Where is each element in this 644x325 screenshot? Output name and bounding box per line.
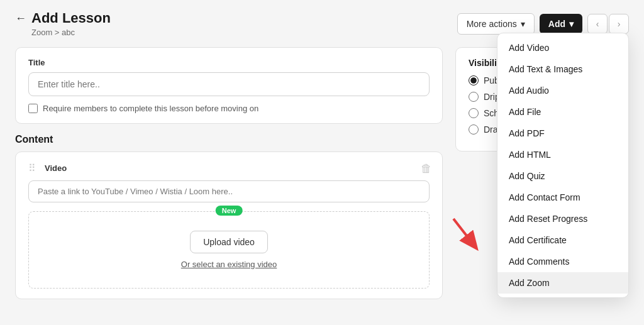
video-label: Video [45,163,67,173]
title-card: Title Require members to complete this l… [15,47,443,124]
dropdown-item-add-quiz[interactable]: Add Quiz [497,165,628,187]
page-title: Add Lesson [31,10,111,26]
select-existing-link[interactable]: Or select an existing video [42,260,416,269]
checkbox-label: Require members to complete this lesson … [43,104,258,113]
upload-video-button[interactable]: Upload video [190,231,268,253]
dropdown-item-add-reset-progress[interactable]: Add Reset Progress [497,208,628,229]
more-actions-label: More actions [467,19,517,29]
content-card-header: ⠿ Video 🗑 [28,162,430,174]
content-section-title: Content [15,134,443,145]
new-badge: New [216,206,243,216]
dropdown-item-add-contact-form[interactable]: Add Contact Form [497,187,628,208]
dropdown-item-add-text-images[interactable]: Add Text & Images [497,58,628,80]
visibility-radio-scheduled[interactable] [469,108,479,118]
nav-prev-button[interactable]: ‹ [587,14,608,34]
page-wrapper: ← Add Lesson Zoom > abc More actions ▾ A… [0,0,644,325]
header-left: ← Add Lesson Zoom > abc [15,10,111,37]
title-field-label: Title [28,58,430,67]
breadcrumb: Zoom > abc [31,28,111,37]
dropdown-item-add-pdf[interactable]: Add PDF [497,123,628,144]
visibility-radio-published[interactable] [469,75,479,85]
video-url-input[interactable] [28,180,430,202]
header-title-row: ← Add Lesson [15,10,111,26]
dropdown-item-add-html[interactable]: Add HTML [497,144,628,165]
checkbox-row: Require members to complete this lesson … [28,104,430,113]
more-actions-chevron-icon: ▾ [521,19,525,29]
dropdown-item-add-comments[interactable]: Add Comments [497,251,628,272]
nav-arrows: ‹ › [587,14,629,34]
dropdown-item-add-video[interactable]: Add Video [497,37,628,58]
left-panel: Title Require members to complete this l… [15,47,443,299]
more-actions-button[interactable]: More actions ▾ [457,13,535,35]
add-chevron-icon: ▾ [569,19,574,29]
dropdown-item-add-certificate[interactable]: Add Certificate [497,229,628,251]
back-arrow-icon[interactable]: ← [15,12,26,25]
dropdown-item-add-zoom[interactable]: Add Zoom [497,272,628,294]
complete-checkbox[interactable] [28,104,38,113]
add-label: Add [548,19,565,29]
content-card: ⠿ Video 🗑 New Upload video Or select an … [15,151,443,299]
video-upload-area: New Upload video Or select an existing v… [28,211,430,289]
dropdown-item-add-file[interactable]: Add File [497,101,628,123]
drag-handle-icon[interactable]: ⠿ [28,162,36,174]
title-input[interactable] [28,72,430,96]
dropdown-item-add-audio[interactable]: Add Audio [497,80,628,101]
nav-next-button[interactable]: › [609,14,629,34]
header-right: More actions ▾ Add ▾ ‹ › [457,13,629,35]
dropdown-menu: Add Video Add Text & Images Add Audio Ad… [497,33,629,298]
visibility-radio-draft[interactable] [469,124,479,135]
delete-icon[interactable]: 🗑 [421,162,432,175]
visibility-radio-drip[interactable] [469,92,479,102]
add-button[interactable]: Add ▾ [540,14,582,34]
